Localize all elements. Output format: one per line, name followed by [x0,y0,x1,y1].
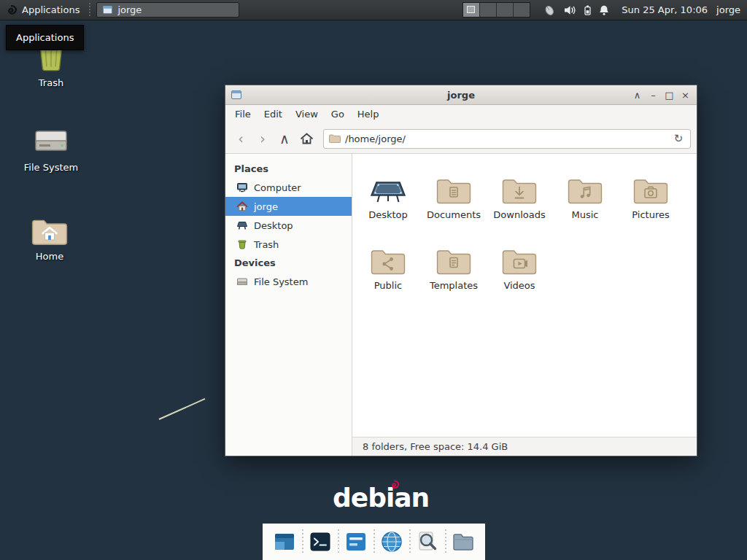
workspace-switcher [462,2,530,18]
sidebar-item-label: File System [254,276,308,287]
devices-header: Devices [225,254,352,272]
clock[interactable]: Sun 25 Apr, 10:06 [614,4,715,15]
sidebar-item-jorge[interactable]: jorge [225,197,352,216]
dock-browser-button[interactable] [379,528,405,556]
file-label: Documents [427,210,481,220]
file-icon-downloads[interactable]: Downloads [487,164,552,235]
file-view[interactable]: Desktop Documents [352,154,697,437]
dock-terminal-button[interactable] [307,528,333,556]
file-icon-templates[interactable]: Templates [421,235,487,306]
drafting-table-icon [369,176,407,205]
path-input[interactable] [345,133,667,144]
close-icon: × [681,90,689,101]
shade-button[interactable]: ∧ [630,88,644,102]
file-icon-public[interactable]: Public [355,235,421,306]
music-folder-icon [568,177,603,205]
desktop-icon-home[interactable]: Home [15,217,85,262]
desktop-root: { "panel": { "applications_label": "Appl… [0,0,747,560]
desktop-icon-filesystem[interactable]: File System [16,125,86,173]
dock-filemanager-button[interactable] [450,528,476,556]
status-bar: 8 folders, Free space: 14.4 GiB [352,437,697,456]
file-icon-desktop[interactable]: Desktop [355,164,421,235]
volume-tray-icon[interactable] [563,4,577,16]
menu-go[interactable]: Go [325,105,351,124]
sidebar-item-label: Computer [254,182,301,193]
pictures-folder-icon [633,177,668,205]
file-icon-music[interactable]: Music [552,164,618,235]
reload-button[interactable]: ↻ [672,132,685,145]
minimize-button[interactable]: – [646,88,660,102]
debian-swirl-icon [390,480,400,490]
status-text: 8 folders, Free space: 14.4 GiB [363,441,508,452]
workspace-1[interactable] [463,3,480,17]
desktop-icon-label: File System [24,163,78,173]
path-folder-icon [329,133,341,144]
window-title: jorge [225,90,697,101]
dock-separator [408,529,411,554]
sidebar-item-file-system[interactable]: File System [225,272,352,291]
debian-logo-text: debian [333,483,429,513]
panel-username: jorge [715,4,747,15]
dock-windows-button[interactable] [271,528,298,556]
toolbar: ‹ › ∧ ↻ [225,124,697,154]
file-icon-pictures[interactable]: Pictures [618,164,684,235]
wallpaper-line [159,398,206,420]
menu-view[interactable]: View [289,105,325,124]
debian-logo: debian [333,483,429,513]
forward-button[interactable]: › [253,129,272,148]
home-icon [300,132,314,145]
battery-tray-icon[interactable] [584,4,592,16]
windows-icon [272,529,297,554]
sidebar-item-trash[interactable]: Trash [225,235,352,254]
file-icon-documents[interactable]: Documents [421,164,487,235]
notifications-bell-icon[interactable] [598,4,610,16]
dock-appfinder-button[interactable] [414,528,441,556]
taskbar-button-jorge[interactable]: jorge [96,2,239,18]
sidebar-item-computer[interactable]: Computer [225,178,352,197]
dock-separator [301,529,304,554]
menu-help[interactable]: Help [351,105,386,124]
terminal-icon [308,529,333,554]
magnifier-icon [415,529,440,554]
maximize-icon: □ [665,90,673,101]
menu-edit[interactable]: Edit [258,105,289,124]
sidebar-item-label: Trash [254,239,279,250]
up-button[interactable]: ∧ [275,129,294,148]
file-label: Public [374,281,402,291]
window-controls: ∧ – □ × [630,88,697,102]
file-pane: Desktop Documents [352,154,697,456]
sidebar-item-desktop[interactable]: Desktop [225,216,352,235]
panel-handle[interactable] [87,3,92,17]
menu-bar: File Edit View Go Help [225,105,697,124]
mouse-tray-icon[interactable] [542,4,557,16]
trash-icon [236,238,248,250]
file-label: Videos [503,281,535,291]
back-button[interactable]: ‹ [231,129,250,148]
workspace-3[interactable] [497,3,514,17]
home-button[interactable] [297,129,316,148]
file-icon-videos[interactable]: Videos [487,235,552,306]
home-folder-icon [31,217,68,246]
public-folder-icon [371,248,406,276]
sidebar-item-label: Desktop [254,220,293,231]
file-label: Pictures [632,210,669,220]
hard-drive-icon [236,276,248,287]
path-bar[interactable]: ↻ [323,129,691,149]
workspace-4[interactable] [514,3,530,17]
videos-folder-icon [502,248,537,276]
menu-file[interactable]: File [228,105,258,124]
workspace-2[interactable] [480,3,497,17]
close-button[interactable]: × [678,88,692,102]
desktop-icon-label: Home [36,252,63,262]
folder-icon [451,529,476,554]
maximize-button[interactable]: □ [662,88,676,102]
computer-icon [236,182,248,193]
templates-folder-icon [436,248,471,276]
back-icon: ‹ [238,131,244,147]
dock-panel-button[interactable] [343,528,369,556]
desktop-icon-label: Trash [39,78,63,88]
window-icon [231,89,242,101]
applications-menu-button[interactable]: Applications [0,0,85,20]
globe-icon [379,529,404,554]
window-titlebar[interactable]: jorge ∧ – □ × [225,85,697,105]
